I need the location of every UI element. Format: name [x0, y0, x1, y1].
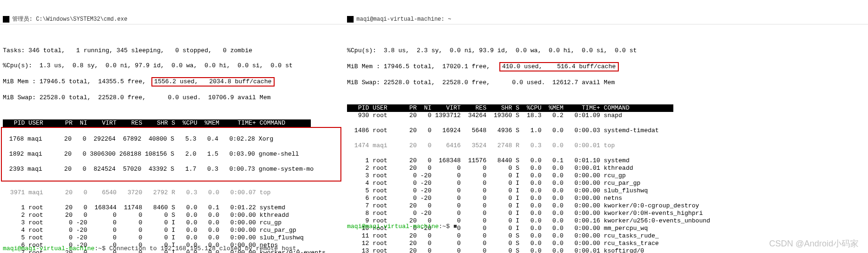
- mem-used-highlight: 1556.2 used, 2034.8 buff/cache: [151, 77, 275, 87]
- right-prompt[interactable]: maqi@maqi-virtual-machine:~$ ■: [347, 223, 457, 230]
- process-row: 1892 maqi 20 0 3806300 268188 108156 S 2…: [2, 150, 340, 158]
- right-term-body[interactable]: %Cpu(s): 3.8 us, 2.3 sy, 0.0 ni, 93.9 id…: [344, 39, 868, 253]
- top-header: PID USER PR NI VIRT RES SHR S %CPU %MEM …: [3, 119, 311, 127]
- left-terminal[interactable]: 管理员: C:\Windows\SYSTEM32\cmd.exe Tasks: …: [0, 0, 344, 253]
- cmd-icon: [3, 16, 9, 23]
- process-row: 5 root 0 -20 0 0 0 I 0.0 0.0 0:00.00 slu…: [347, 187, 865, 195]
- right-terminal[interactable]: maqi@maqi-virtual-machine: ~ %Cpu(s): 3.…: [344, 0, 868, 253]
- right-title: maqi@maqi-virtual-machine: ~: [356, 16, 451, 23]
- process-row: 8 root 0 -20 0 0 0 I 0.0 0.0 0:00.00 kwo…: [347, 210, 865, 217]
- swap-line: MiB Swap: 22528.0 total, 22528.0 free, 0…: [3, 94, 341, 102]
- process-row: 3 root 0 -20 0 0 0 I 0.0 0.0 0:00.00 rcu…: [347, 172, 865, 180]
- top-header: PID USER PR NI VIRT RES SHR S %CPU %MEM …: [347, 104, 673, 112]
- cpu-line: %Cpu(s): 1.3 us, 0.8 sy, 0.0 ni, 97.9 id…: [3, 62, 341, 70]
- process-row: 1768 maqi 20 0 292264 67892 40800 S 5.3 …: [2, 135, 340, 143]
- left-prompt[interactable]: maqi@maqi-virtual-machine:~$ Connection …: [3, 245, 300, 252]
- mem-line: MiB Mem : 17946.5 total, 17020.1 free, 4…: [347, 62, 865, 71]
- mem-used-highlight: 410.0 used, 516.4 buff/cache: [499, 62, 619, 71]
- mem-line: MiB Mem : 17946.5 total, 14355.5 free, 1…: [3, 77, 341, 87]
- process-row: 1486 root 20 0 16924 5648 4936 S 1.0 0.0…: [347, 127, 865, 134]
- process-row-self: 1474 maqi 20 0 6416 3524 2748 R 0.3 0.0 …: [347, 142, 865, 150]
- process-row: 2 root 20 0 0 0 0 S 0.0 0.0 0:00.00 kthr…: [3, 212, 341, 219]
- process-row: 930 root 20 0 1393712 34264 19360 S 18.3…: [347, 112, 865, 119]
- process-row: 2 root 20 0 0 0 0 S 0.0 0.0 0:00.01 kthr…: [347, 165, 865, 172]
- swap-line: MiB Swap: 22528.0 total, 22528.0 free, 0…: [347, 79, 865, 87]
- process-row: 3 root 0 -20 0 0 0 I 0.0 0.0 0:00.00 rcu…: [3, 219, 341, 227]
- left-term-body[interactable]: Tasks: 346 total, 1 running, 345 sleepin…: [0, 39, 344, 253]
- tasks-line: Tasks: 346 total, 1 running, 345 sleepin…: [3, 47, 341, 55]
- watermark: CSDN @Android小码家: [769, 238, 859, 249]
- process-row: 1 root 20 0 168344 11748 8460 S 0.0 0.1 …: [3, 204, 341, 212]
- process-row-self: 3971 maqi 20 0 6540 3720 2792 R 0.3 0.0 …: [3, 189, 341, 197]
- process-row: 2393 maqi 20 0 824524 57020 43392 S 1.7 …: [2, 166, 340, 173]
- process-row: 1 root 20 0 168348 11576 8440 S 0.0 0.1 …: [347, 157, 865, 165]
- cmd-icon: [347, 16, 354, 23]
- process-row: 7 root 20 0 0 0 0 I 0.0 0.0 0:00.00 kwor…: [347, 202, 865, 210]
- left-title: 管理员: C:\Windows\SYSTEM32\cmd.exe: [12, 15, 127, 23]
- process-row: 4 root 0 -20 0 0 0 I 0.0 0.0 0:00.00 rcu…: [347, 180, 865, 187]
- right-titlebar: maqi@maqi-virtual-machine: ~: [344, 14, 868, 24]
- process-row: 5 root 0 -20 0 0 0 I 0.0 0.0 0:00.00 slu…: [3, 234, 341, 242]
- left-titlebar: 管理员: C:\Windows\SYSTEM32\cmd.exe: [0, 14, 344, 24]
- cpu-line: %Cpu(s): 3.8 us, 2.3 sy, 0.0 ni, 93.9 id…: [347, 47, 865, 55]
- process-row: 4 root 0 -20 0 0 0 I 0.0 0.0 0:00.00 rcu…: [3, 227, 341, 234]
- highlighted-processes: 1768 maqi 20 0 292264 67892 40800 S 5.3 …: [1, 127, 341, 182]
- process-row: 6 root 0 -20 0 0 0 I 0.0 0.0 0:00.00 net…: [347, 195, 865, 202]
